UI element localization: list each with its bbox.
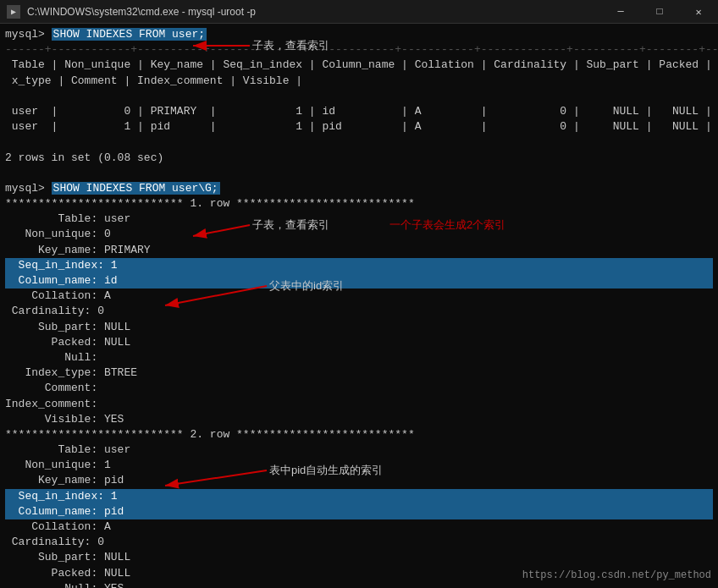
field-collation-2: Collation: A	[5, 519, 713, 535]
blank-2	[5, 135, 713, 150]
blank-3	[5, 166, 713, 181]
data-row-2: user | 1 | pid | 1 | pid | A | 0 | NULL …	[5, 119, 713, 135]
title-controls: — □ ✕	[601, 0, 718, 24]
field-null-1: Null:	[5, 350, 713, 365]
field-indexcomment-1: Index_comment:	[5, 397, 713, 412]
field-cardinality-1: Cardinality: 0	[5, 304, 713, 319]
field-nonunique-1: Non_unique: 0	[5, 227, 713, 242]
close-button[interactable]: ✕	[679, 0, 718, 24]
result-info: 2 rows in set (0.08 sec)	[5, 151, 713, 166]
field-keyname-1: Key_name: PRIMARY	[5, 243, 713, 258]
field-visible-1: Visible: YES	[5, 412, 713, 427]
field-table-1: Table: user	[5, 212, 713, 227]
watermark: https://blog.csdn.net/py_method	[522, 569, 711, 583]
field-table-2: Table: user	[5, 442, 713, 458]
field-keyname-2: Key_name: pid	[5, 473, 713, 488]
field-subpart-2: Sub_part: NULL	[5, 550, 713, 565]
field-seqindex-1: Seq_in_index: 1	[5, 258, 713, 273]
title-text: C:\WINDOWS\system32\cmd.exe - mysql -uro…	[27, 6, 256, 18]
table-separator-top: ------+------------+----------+---------…	[5, 42, 713, 58]
row-divider-2: *************************** 2. row *****…	[5, 427, 713, 442]
field-nonunique-2: Non_unique: 1	[5, 458, 713, 473]
field-colname-2: Column_name: pid	[5, 504, 713, 519]
field-indextype-1: Index_type: BTREE	[5, 365, 713, 381]
terminal[interactable]: mysql> SHOW INDEXES FROM user; ------+--…	[0, 24, 718, 588]
field-cardinality-2: Cardinality: 0	[5, 535, 713, 550]
title-bar: ▶ C:\WINDOWS\system32\cmd.exe - mysql -u…	[0, 0, 718, 24]
blank-1	[5, 89, 713, 104]
maximize-button[interactable]: □	[640, 0, 679, 24]
field-subpart-1: Sub_part: NULL	[5, 320, 713, 335]
table-subheader: x_type | Comment | Index_comment | Visib…	[5, 74, 713, 89]
prompt-line-1: mysql> SHOW INDEXES FROM user;	[5, 27, 713, 42]
minimize-button[interactable]: —	[601, 0, 640, 24]
row-divider-1: *************************** 1. row *****…	[5, 196, 713, 212]
prompt-line-2: mysql> SHOW INDEXES FROM user\G;	[5, 181, 713, 196]
title-icon: ▶	[7, 5, 20, 19]
data-row-1: user | 0 | PRIMARY | 1 | id | A | 0 | NU…	[5, 104, 713, 119]
field-packed-1: Packed: NULL	[5, 335, 713, 350]
field-comment-1: Comment:	[5, 381, 713, 396]
field-collation-1: Collation: A	[5, 289, 713, 304]
field-seqindex-2: Seq_in_index: 1	[5, 489, 713, 504]
table-header: Table | Non_unique | Key_name | Seq_in_i…	[5, 58, 713, 73]
field-colname-1: Column_name: id	[5, 273, 713, 289]
